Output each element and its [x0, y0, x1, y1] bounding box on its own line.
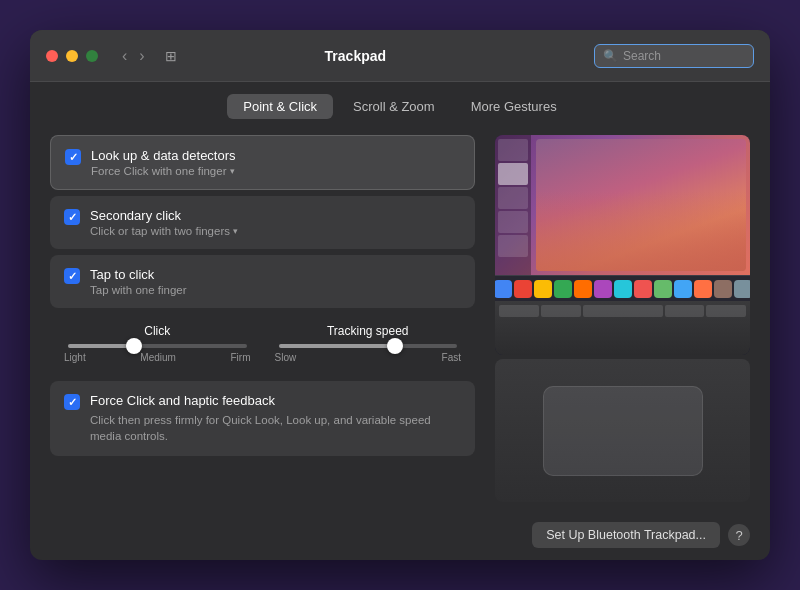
preview-keyboard	[495, 301, 750, 355]
dock-icon-1	[495, 280, 512, 298]
kb-key-command-l	[541, 305, 581, 317]
tap-to-click-checkbox[interactable]	[64, 268, 80, 284]
secondary-click-chevron-icon: ▾	[233, 226, 238, 236]
sliders-section: Click Light Medium Firm Tracking speed	[50, 314, 475, 373]
secondary-click-subtitle: Click or tap with two fingers ▾	[90, 225, 461, 237]
setup-bluetooth-button[interactable]: Set Up Bluetooth Trackpad...	[532, 522, 720, 548]
preview-sidebar	[495, 135, 531, 275]
tap-to-click-text: Tap to click Tap with one finger	[90, 267, 461, 296]
search-icon: 🔍	[603, 49, 618, 63]
tab-scroll-zoom[interactable]: Scroll & Zoom	[337, 94, 451, 119]
sidebar-thumb-1	[498, 139, 528, 161]
click-label-firm: Firm	[230, 352, 250, 363]
trackpad-inner	[543, 386, 703, 476]
dock-icon-6	[594, 280, 612, 298]
kb-key-option-r	[706, 305, 746, 317]
left-panel: Look up & data detectors Force Click wit…	[50, 135, 475, 502]
force-click-checkbox[interactable]	[64, 394, 80, 410]
dock-icon-11	[694, 280, 712, 298]
dock-icon-9	[654, 280, 672, 298]
dock-icon-8	[634, 280, 652, 298]
sidebar-thumb-4	[498, 211, 528, 233]
photo-faces	[536, 191, 746, 271]
main-window: ‹ › ⊞ Trackpad 🔍 Point & Click Scroll & …	[30, 30, 770, 560]
lookup-row: Look up & data detectors Force Click wit…	[50, 135, 475, 190]
sidebar-thumb-3	[498, 187, 528, 209]
kb-key-space	[583, 305, 663, 317]
secondary-click-text: Secondary click Click or tap with two fi…	[90, 208, 461, 237]
tracking-slider-track[interactable]	[279, 344, 458, 348]
tab-more-gestures[interactable]: More Gestures	[455, 94, 573, 119]
minimize-button[interactable]	[66, 50, 78, 62]
tracking-label-fast: Fast	[442, 352, 461, 363]
search-input[interactable]	[623, 49, 745, 63]
tracking-label-slow: Slow	[275, 352, 297, 363]
click-slider-group: Click Light Medium Firm	[64, 324, 251, 363]
tracking-slider-labels: Slow Fast	[275, 352, 462, 363]
help-button[interactable]: ?	[728, 524, 750, 546]
preview-top	[495, 135, 750, 275]
secondary-click-row: Secondary click Click or tap with two fi…	[50, 196, 475, 249]
bottom-bar: Set Up Bluetooth Trackpad... ?	[30, 514, 770, 560]
trackpad-section	[495, 359, 750, 502]
kb-row-1	[499, 305, 746, 317]
click-slider-label: Click	[64, 324, 251, 338]
sidebar-thumb-5	[498, 235, 528, 257]
tracking-slider-group: Tracking speed Slow Fast	[275, 324, 462, 363]
tabs-bar: Point & Click Scroll & Zoom More Gesture…	[30, 82, 770, 127]
content-area: Look up & data detectors Force Click wit…	[30, 127, 770, 514]
lookup-title: Look up & data detectors	[91, 148, 460, 163]
click-slider-labels: Light Medium Firm	[64, 352, 251, 363]
secondary-click-title: Secondary click	[90, 208, 461, 223]
dock-icon-3	[534, 280, 552, 298]
traffic-lights	[46, 50, 98, 62]
force-click-desc: Click then press firmly for Quick Look, …	[90, 412, 461, 444]
tap-to-click-title: Tap to click	[90, 267, 461, 282]
maximize-button[interactable]	[86, 50, 98, 62]
right-panel	[495, 135, 750, 502]
preview-image	[495, 135, 750, 355]
dock-icon-12	[714, 280, 732, 298]
dock-bar	[495, 275, 750, 301]
dock-icon-4	[554, 280, 572, 298]
force-click-text: Force Click and haptic feedback Click th…	[90, 393, 461, 444]
tap-to-click-subtitle: Tap with one finger	[90, 284, 461, 296]
tracking-slider-label: Tracking speed	[275, 324, 462, 338]
force-click-row: Force Click and haptic feedback Click th…	[50, 381, 475, 456]
dock-icon-13	[734, 280, 751, 298]
lookup-subtitle: Force Click with one finger ▾	[91, 165, 460, 177]
dock-icon-2	[514, 280, 532, 298]
dock-icon-10	[674, 280, 692, 298]
lookup-checkbox[interactable]	[65, 149, 81, 165]
tab-point-click[interactable]: Point & Click	[227, 94, 333, 119]
click-label-medium: Medium	[140, 352, 176, 363]
titlebar: ‹ › ⊞ Trackpad 🔍	[30, 30, 770, 82]
kb-key-option-l	[499, 305, 539, 317]
search-box[interactable]: 🔍	[594, 44, 754, 68]
close-button[interactable]	[46, 50, 58, 62]
click-slider-track[interactable]	[68, 344, 247, 348]
window-title: Trackpad	[125, 48, 586, 64]
lookup-chevron-icon: ▾	[230, 166, 235, 176]
photo-main	[536, 139, 746, 271]
sidebar-thumb-2	[498, 163, 528, 185]
secondary-click-checkbox[interactable]	[64, 209, 80, 225]
dock-icon-7	[614, 280, 632, 298]
kb-key-command-r	[665, 305, 705, 317]
click-label-light: Light	[64, 352, 86, 363]
force-click-title: Force Click and haptic feedback	[90, 393, 461, 408]
lookup-text: Look up & data detectors Force Click wit…	[91, 148, 460, 177]
tap-to-click-row: Tap to click Tap with one finger	[50, 255, 475, 308]
dock-icon-5	[574, 280, 592, 298]
